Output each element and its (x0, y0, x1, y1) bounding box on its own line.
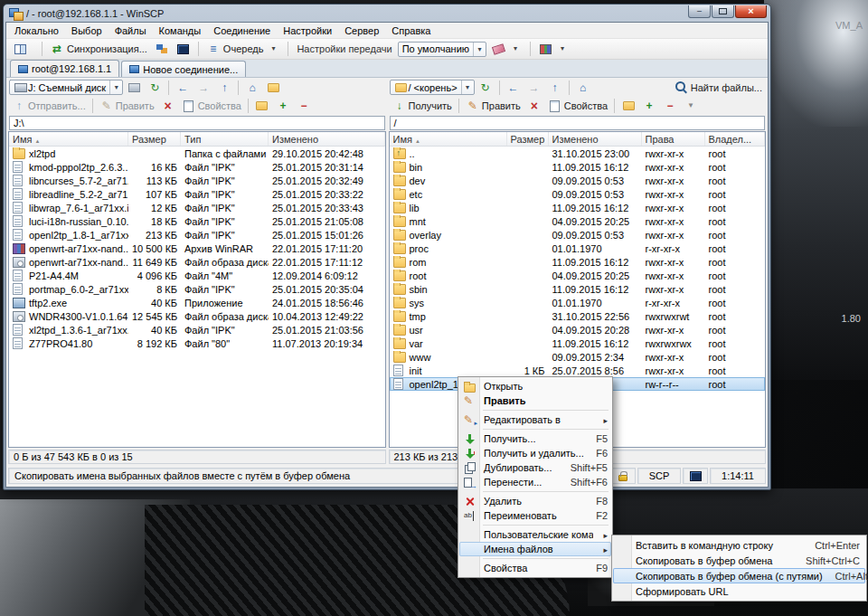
file-row[interactable]: portmap_6.0-2_ar71xx... 8 КБ Файл "IPK" … (9, 282, 385, 296)
home-directory-button[interactable] (573, 80, 593, 95)
file-row[interactable]: luci-i18n-russian_0.10... 18 КБ Файл "IP… (9, 214, 385, 228)
context-menu-item[interactable]: Пользовательские команды (459, 527, 611, 542)
session-tab[interactable]: Новое соединение... (121, 61, 246, 77)
encryption-status[interactable] (610, 468, 636, 484)
file-row[interactable]: sys 01.01.1970 r-xr-xr-x root (390, 296, 766, 309)
maximize-button[interactable] (712, 5, 734, 18)
new-folder-button[interactable] (252, 99, 272, 114)
edit-button[interactable]: Править (463, 99, 524, 114)
column-header-modified[interactable]: Изменено (549, 132, 642, 146)
find-files-button[interactable]: Найти файлы... (672, 80, 765, 95)
synchronize-button[interactable]: Синхронизация... (47, 42, 150, 57)
file-row[interactable]: usr 04.09.2015 20:28 rwxr-xr-x root (390, 323, 766, 336)
menu-item[interactable]: Команды (153, 24, 208, 38)
file-row[interactable]: openwrt-ar71xx-nand... 10 500 КБ Архив W… (9, 242, 385, 255)
properties-button[interactable]: Свойства (545, 99, 610, 114)
column-header-name[interactable]: Имя (390, 132, 507, 146)
transfer-options-button[interactable] (488, 42, 525, 57)
menu-item[interactable]: Настройки (277, 24, 338, 38)
file-row[interactable]: openl2tp_1.8-1_ar71xx... 213 КБ Файл "IP… (9, 228, 385, 242)
file-row[interactable]: libncurses_5.7-2_ar71... 113 КБ Файл "IP… (9, 174, 385, 187)
minimize-button[interactable]: – (688, 5, 711, 18)
file-row[interactable]: var 11.09.2015 16:12 rwxrwxrwx root (390, 336, 766, 350)
protocol-status[interactable]: SCP (637, 468, 681, 484)
close-button[interactable]: × (735, 5, 767, 18)
queue-button[interactable]: Очередь (203, 42, 284, 57)
context-menu-item[interactable]: Свойства F9 (459, 561, 611, 575)
column-header-size[interactable]: Размер (507, 132, 549, 146)
filter-button[interactable] (681, 99, 701, 114)
menu-item[interactable]: Сервер (338, 24, 385, 38)
file-row[interactable]: tmp 31.10.2015 22:56 rwxrwxrwt root (390, 309, 766, 323)
select-remove-button[interactable] (660, 99, 680, 114)
new-folder-button[interactable] (618, 99, 638, 114)
submenu-item[interactable]: Скопировать в буфер обмена Shift+Ctrl+C (613, 553, 865, 568)
panels-layout-button[interactable] (32, 48, 37, 50)
context-menu-item[interactable]: Имена файлов (459, 542, 611, 556)
select-add-button[interactable] (273, 99, 293, 114)
refresh-button[interactable] (145, 80, 165, 95)
parent-directory-button[interactable] (545, 80, 565, 95)
context-menu-item[interactable]: Открыть (459, 379, 611, 393)
context-menu-item[interactable]: Править (459, 393, 611, 408)
keep-up-to-date-button[interactable] (152, 42, 172, 57)
context-menu-item[interactable]: Удалить F8 (459, 494, 611, 508)
file-row[interactable]: xl2tpd Папка с файлами 29.10.2015 20:42:… (9, 147, 385, 160)
file-row[interactable]: WNDR4300-V1.0.1.64... 12 545 КБ Файл обр… (9, 309, 385, 323)
properties-button[interactable]: Свойства (179, 99, 244, 114)
file-row[interactable]: libreadline_5.2-2_ar71... 107 КБ Файл "I… (9, 187, 385, 201)
context-menu-item[interactable]: Получить и удалить... F6 (459, 446, 611, 460)
forward-button[interactable] (193, 80, 213, 95)
menu-item[interactable]: Файлы (108, 24, 153, 38)
back-button[interactable] (173, 80, 193, 95)
session-activity[interactable] (683, 468, 708, 484)
session-color-button[interactable] (535, 42, 572, 57)
commander-layout-button[interactable] (10, 42, 30, 57)
select-remove-button[interactable] (294, 99, 314, 114)
menu-item[interactable]: Соединение (207, 24, 277, 38)
column-header-modified[interactable]: Изменено (269, 132, 385, 146)
column-header-owner[interactable]: Владел... (705, 132, 766, 146)
column-header-rights[interactable]: Права (642, 132, 705, 146)
home-directory-button[interactable] (242, 80, 262, 95)
column-header-type[interactable]: Тип (181, 132, 269, 146)
open-terminal-button[interactable] (174, 42, 193, 57)
remote-path[interactable]: / (390, 116, 766, 130)
refresh-button[interactable] (476, 80, 495, 95)
local-path[interactable]: J:\ (9, 116, 385, 130)
drive-info-button[interactable] (124, 80, 144, 95)
file-row[interactable]: libwrap_7.6-1_ar71xx.i... 12 КБ Файл "IP… (9, 201, 385, 214)
download-button[interactable]: Получить (390, 99, 455, 114)
menu-item[interactable]: Локально (8, 24, 65, 38)
file-row[interactable]: root 04.09.2015 20:25 rwxr-xr-x root (390, 269, 766, 282)
select-add-button[interactable] (639, 99, 659, 114)
file-row[interactable]: mnt 04.09.2015 20:25 rwxr-xr-x root (390, 214, 766, 228)
file-row[interactable]: etc 09.09.2015 0:53 rwxr-xr-x root (390, 187, 766, 201)
context-menu-item[interactable]: Дублировать... Shift+F5 (459, 460, 611, 475)
edit-button[interactable]: Править (97, 99, 157, 114)
menu-item[interactable]: Выбор (65, 24, 108, 38)
context-menu-item[interactable]: Перенести... Shift+F6 (459, 475, 611, 489)
file-row[interactable]: P21-A4.4M 4 096 КБ Файл "4M" 12.09.2014 … (9, 269, 385, 282)
file-row[interactable]: tftp2.exe 40 КБ Приложение 24.01.2015 18… (9, 296, 385, 309)
transfer-profile-select[interactable]: По умолчанию (398, 42, 486, 57)
file-row[interactable]: init 1 КБ 25.07.2015 8:56 rwxr-xr-x root (390, 364, 766, 377)
file-row[interactable]: rom 11.09.2015 16:12 rwxr-xr-x root (390, 255, 766, 269)
forward-button[interactable] (524, 80, 544, 95)
file-row[interactable]: www 09.09.2015 2:34 rwxr-xr-x root (390, 350, 766, 364)
file-row[interactable]: proc 01.01.1970 r-xr-xr-x root (390, 242, 766, 255)
submenu-item[interactable]: Сформировать URL (613, 583, 865, 599)
context-menu-item[interactable]: Переименовать F2 (459, 508, 611, 523)
remote-directory-select[interactable]: / <корень> (390, 80, 475, 95)
delete-button[interactable] (524, 99, 544, 114)
submenu-item[interactable]: Вставить в командную строку Ctrl+Enter (613, 537, 865, 553)
file-row[interactable]: bin 11.09.2015 16:12 rwxr-xr-x root (390, 160, 766, 174)
parent-directory-button[interactable] (214, 80, 234, 95)
file-row[interactable]: .. 31.10.2015 23:00 rwxr-xr-x root (390, 147, 766, 160)
file-row[interactable]: overlay 09.09.2015 0:53 rwxr-xr-x root (390, 228, 766, 242)
file-row[interactable]: openwrt-ar71xx-nand... 11 649 КБ Файл об… (9, 255, 385, 269)
menu-item[interactable]: Справка (385, 24, 437, 38)
upload-button[interactable]: Отправить... (9, 99, 89, 114)
file-row[interactable]: xl2tpd_1.3.6-1_ar71xx.i... 40 КБ Файл "I… (9, 323, 385, 336)
column-header-name[interactable]: Имя (9, 132, 128, 146)
